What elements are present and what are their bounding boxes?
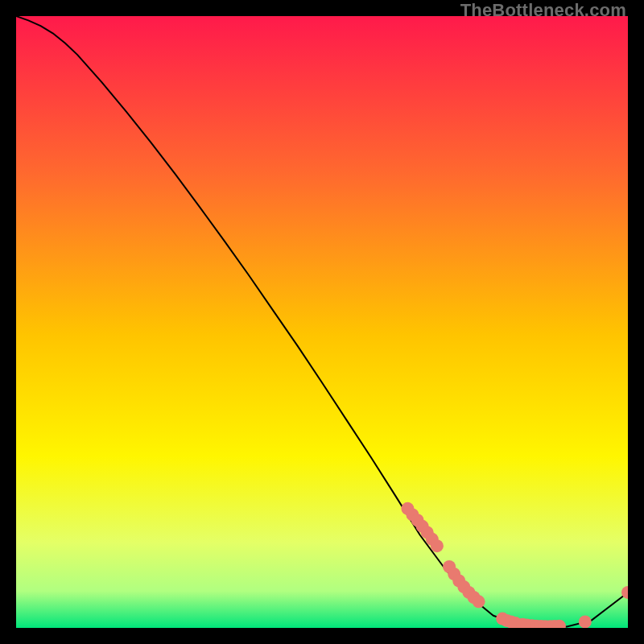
plot-area — [16, 16, 628, 628]
gradient-background — [16, 16, 628, 628]
data-dot — [579, 615, 592, 628]
chart-container: TheBottleneck.com — [0, 0, 644, 644]
data-dot — [473, 595, 485, 608]
data-dot — [431, 539, 444, 552]
chart-svg — [16, 16, 628, 628]
